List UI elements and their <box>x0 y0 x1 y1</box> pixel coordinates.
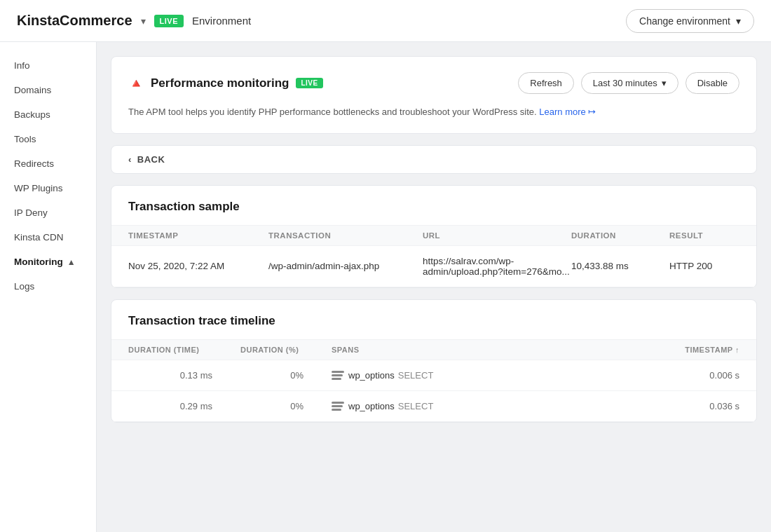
sidebar-item-label: Domains <box>14 85 51 95</box>
trace-cell-timestamp: 0.006 s <box>655 370 739 381</box>
env-label: Environment <box>192 15 251 27</box>
transaction-table-header: Timestamp Transaction URL Duration Resul… <box>111 225 756 246</box>
time-range-label: Last 30 minutes <box>593 78 657 88</box>
trace-cell-duration-time: 0.13 ms <box>128 370 240 381</box>
learn-more-link[interactable]: Learn more ↦ <box>539 107 596 117</box>
live-badge: LIVE <box>154 15 184 27</box>
sidebar-item-label: Tools <box>14 134 36 144</box>
sidebar-item-label: Kinsta CDN <box>14 232 64 243</box>
sidebar-item-domains[interactable]: Domains <box>0 78 96 102</box>
trace-col-duration-time: DURATION (TIME) <box>128 346 240 354</box>
span-op: SELECT <box>398 401 434 411</box>
layout: Info Domains Backups Tools Redirects WP … <box>0 42 771 532</box>
trace-cell-spans: wp_options SELECT <box>332 370 655 381</box>
logo: KinstaCommerce <box>17 13 132 29</box>
trace-cell-timestamp: 0.036 s <box>655 401 739 411</box>
database-icon <box>332 371 344 380</box>
cell-result: HTTP 200 <box>669 261 739 271</box>
sidebar: Info Domains Backups Tools Redirects WP … <box>0 42 97 532</box>
transaction-sample-card: Transaction sample Timestamp Transaction… <box>111 185 757 288</box>
cell-duration: 10,433.88 ms <box>571 261 669 271</box>
database-icon <box>332 402 344 411</box>
change-env-chevron-icon: ▾ <box>736 15 741 27</box>
sidebar-item-label: Backups <box>14 109 50 120</box>
sidebar-item-label: Monitoring <box>14 257 63 267</box>
trace-col-duration-pct: DURATION (%) <box>240 346 332 354</box>
trace-cell-spans: wp_options SELECT <box>332 401 655 411</box>
sidebar-item-tools[interactable]: Tools <box>0 127 96 151</box>
change-env-label: Change environment <box>639 15 730 27</box>
perf-desc-text: The APM tool helps you identify PHP perf… <box>128 107 537 117</box>
perf-description: The APM tool helps you identify PHP perf… <box>111 105 756 133</box>
span-op: SELECT <box>398 370 434 381</box>
disable-button[interactable]: Disable <box>685 72 739 94</box>
col-duration: Duration <box>571 231 669 240</box>
perf-actions: Refresh Last 30 minutes ▾ Disable <box>518 72 739 94</box>
perf-header: 🔺 Performance monitoring LIVE Refresh La… <box>111 57 756 105</box>
trace-cell-duration-pct: 0% <box>240 370 332 381</box>
perf-title: Performance monitoring <box>151 76 289 90</box>
performance-monitoring-card: 🔺 Performance monitoring LIVE Refresh La… <box>111 56 757 134</box>
back-chevron-icon: ‹ <box>128 154 132 165</box>
trace-col-timestamp: TIMESTAMP ↑ <box>655 346 739 354</box>
sidebar-item-ip-deny[interactable]: IP Deny <box>0 200 96 225</box>
sidebar-item-wp-plugins[interactable]: WP Plugins <box>0 176 96 200</box>
trace-row: 0.29 ms 0% wp_options SELECT 0.036 s <box>111 391 756 422</box>
sidebar-item-logs[interactable]: Logs <box>0 274 96 299</box>
sidebar-item-monitoring[interactable]: Monitoring ▲ <box>0 250 96 274</box>
cell-timestamp: Nov 25, 2020, 7:22 AM <box>128 261 268 271</box>
back-label: BACK <box>137 154 165 165</box>
transaction-sample-title: Transaction sample <box>111 186 756 225</box>
perf-title-group: 🔺 Performance monitoring LIVE <box>128 76 323 91</box>
trace-cell-duration-pct: 0% <box>240 401 332 411</box>
time-range-chevron-icon: ▾ <box>662 78 667 88</box>
col-url: URL <box>423 231 571 240</box>
trace-row: 0.13 ms 0% wp_options SELECT 0.006 s <box>111 360 756 391</box>
sidebar-item-redirects[interactable]: Redirects <box>0 151 96 176</box>
sidebar-item-label: IP Deny <box>14 207 48 218</box>
header-left: KinstaCommerce ▾ LIVE Environment <box>17 13 251 29</box>
perf-live-badge: LIVE <box>296 78 322 88</box>
sidebar-item-backups[interactable]: Backups <box>0 102 96 127</box>
sidebar-item-label: WP Plugins <box>14 183 63 193</box>
span-name: wp_options <box>348 370 395 381</box>
header: KinstaCommerce ▾ LIVE Environment Change… <box>0 0 771 42</box>
logo-chevron-icon[interactable]: ▾ <box>141 15 146 27</box>
sidebar-item-kinsta-cdn[interactable]: Kinsta CDN <box>0 225 96 250</box>
sidebar-item-label: Logs <box>14 281 34 292</box>
sidebar-item-label: Redirects <box>14 158 54 169</box>
trace-col-spans: SPANS <box>332 346 655 354</box>
performance-icon: 🔺 <box>128 76 144 91</box>
monitoring-icon: ▲ <box>67 257 76 267</box>
table-row: Nov 25, 2020, 7:22 AM /wp-admin/admin-aj… <box>111 246 756 287</box>
back-nav[interactable]: ‹ BACK <box>111 145 757 174</box>
trace-cell-duration-time: 0.29 ms <box>128 401 240 411</box>
disable-label: Disable <box>697 78 728 88</box>
cell-transaction: /wp-admin/admin-ajax.php <box>268 261 423 271</box>
span-name: wp_options <box>348 401 395 411</box>
trace-timeline-card: Transaction trace timeline DURATION (TIM… <box>111 299 757 423</box>
time-range-button[interactable]: Last 30 minutes ▾ <box>581 72 678 94</box>
col-result: Result <box>669 231 739 240</box>
sidebar-item-info[interactable]: Info <box>0 53 96 78</box>
change-environment-button[interactable]: Change environment ▾ <box>626 9 754 33</box>
trace-table-header: DURATION (TIME) DURATION (%) SPANS TIMES… <box>111 339 756 360</box>
main-content: 🔺 Performance monitoring LIVE Refresh La… <box>97 42 771 532</box>
refresh-button[interactable]: Refresh <box>518 72 574 94</box>
col-transaction: Transaction <box>268 231 423 240</box>
trace-timeline-title: Transaction trace timeline <box>111 300 756 339</box>
cell-url: https://salrav.com/wp-admin/upload.php?i… <box>423 256 571 277</box>
sidebar-item-label: Info <box>14 60 30 71</box>
refresh-label: Refresh <box>530 78 562 88</box>
col-timestamp: Timestamp <box>128 231 268 240</box>
